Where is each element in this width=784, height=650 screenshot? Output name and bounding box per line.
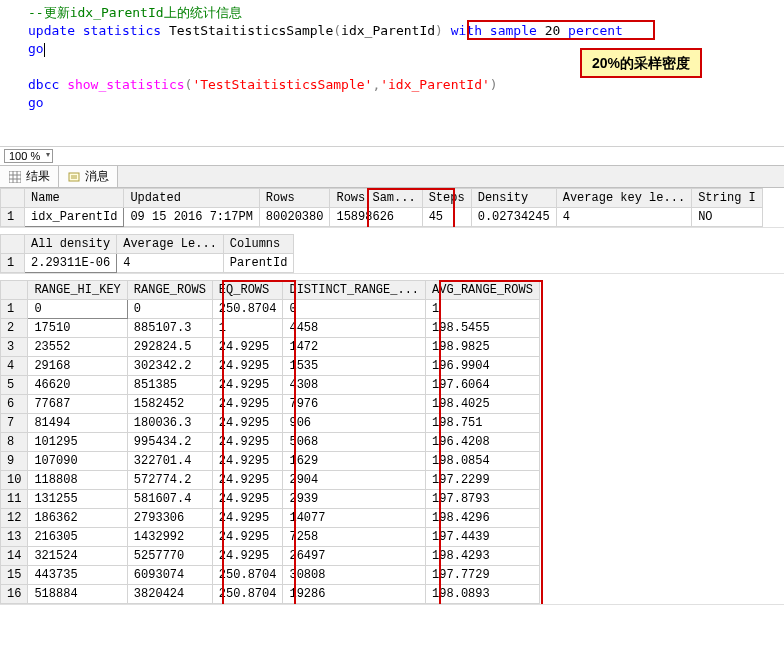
cell[interactable]: 2.29311E-06 (25, 254, 117, 273)
cell[interactable]: 2793306 (127, 509, 212, 528)
cell[interactable]: 24.9295 (212, 547, 283, 566)
table-row[interactable]: 677687158245224.92957976198.4025 (1, 395, 540, 414)
zoom-combo[interactable]: 100 % (4, 149, 53, 163)
cell[interactable]: 4458 (283, 319, 426, 338)
tab-messages[interactable]: 消息 (59, 166, 118, 187)
column-header[interactable]: Name (25, 189, 124, 208)
column-header[interactable]: Rows (259, 189, 330, 208)
cell[interactable]: 1472 (283, 338, 426, 357)
table-row[interactable]: 10118808572774.224.92952904197.2299 (1, 471, 540, 490)
cell[interactable]: 198.0893 (426, 585, 540, 604)
column-header[interactable]: Columns (223, 235, 294, 254)
cell[interactable]: 101295 (28, 433, 127, 452)
column-header[interactable]: Average key le... (556, 189, 691, 208)
cell[interactable]: 23552 (28, 338, 127, 357)
cell[interactable]: 1432992 (127, 528, 212, 547)
cell[interactable]: 0 (283, 300, 426, 319)
cell[interactable]: 198.4025 (426, 395, 540, 414)
table-row[interactable]: 323552292824.524.92951472198.9825 (1, 338, 540, 357)
cell[interactable]: 581607.4 (127, 490, 212, 509)
cell[interactable]: 24.9295 (212, 452, 283, 471)
cell[interactable]: 1 (426, 300, 540, 319)
table-row[interactable]: 781494180036.324.9295906198.751 (1, 414, 540, 433)
cell[interactable]: 24.9295 (212, 490, 283, 509)
column-header[interactable]: Average Le... (117, 235, 224, 254)
cell[interactable]: 29168 (28, 357, 127, 376)
cell[interactable]: 198.5455 (426, 319, 540, 338)
cell[interactable]: 19286 (283, 585, 426, 604)
cell[interactable]: 186362 (28, 509, 127, 528)
cell[interactable]: 118808 (28, 471, 127, 490)
cell[interactable]: 24.9295 (212, 338, 283, 357)
cell[interactable]: 3820424 (127, 585, 212, 604)
column-header[interactable]: AVG_RANGE_ROWS (426, 281, 540, 300)
cell[interactable]: 24.9295 (212, 395, 283, 414)
cell[interactable]: 24.9295 (212, 528, 283, 547)
table-row[interactable]: 11131255581607.424.92952939197.8793 (1, 490, 540, 509)
column-header[interactable]: Rows Sam... (330, 189, 422, 208)
table-row[interactable]: 9107090322701.424.92951629198.0854 (1, 452, 540, 471)
cell[interactable]: 1582452 (127, 395, 212, 414)
column-header[interactable]: DISTINCT_RANGE_... (283, 281, 426, 300)
cell[interactable]: 292824.5 (127, 338, 212, 357)
table-row[interactable]: 14321524525777024.929526497198.4293 (1, 547, 540, 566)
cell[interactable]: NO (692, 208, 763, 227)
grid-density-table[interactable]: All densityAverage Le...Columns12.29311E… (0, 234, 294, 273)
grid-histogram-table[interactable]: RANGE_HI_KEYRANGE_ROWSEQ_ROWSDISTINCT_RA… (0, 280, 540, 604)
table-row[interactable]: 429168302342.224.92951535196.9904 (1, 357, 540, 376)
cell[interactable]: 198.4293 (426, 547, 540, 566)
cell[interactable]: 107090 (28, 452, 127, 471)
cell[interactable]: 7258 (283, 528, 426, 547)
cell[interactable]: 198.4296 (426, 509, 540, 528)
table-row[interactable]: 54662085138524.92954308197.6064 (1, 376, 540, 395)
cell[interactable]: 2939 (283, 490, 426, 509)
cell[interactable]: 0 (127, 300, 212, 319)
cell[interactable]: ParentId (223, 254, 294, 273)
cell[interactable]: 4 (556, 208, 691, 227)
cell[interactable]: 197.7729 (426, 566, 540, 585)
cell[interactable]: 196.9904 (426, 357, 540, 376)
cell[interactable]: 2904 (283, 471, 426, 490)
cell[interactable]: 851385 (127, 376, 212, 395)
cell[interactable]: 1 (212, 319, 283, 338)
cell[interactable]: 77687 (28, 395, 127, 414)
table-row[interactable]: 12.29311E-064ParentId (1, 254, 294, 273)
cell[interactable]: 24.9295 (212, 433, 283, 452)
cell[interactable]: 250.8704 (212, 300, 283, 319)
cell[interactable]: idx_ParentId (25, 208, 124, 227)
cell[interactable]: 5257770 (127, 547, 212, 566)
cell[interactable]: 198.0854 (426, 452, 540, 471)
cell[interactable]: 26497 (283, 547, 426, 566)
cell[interactable]: 250.8704 (212, 585, 283, 604)
cell[interactable]: 198.751 (426, 414, 540, 433)
cell[interactable]: 250.8704 (212, 566, 283, 585)
cell[interactable]: 216305 (28, 528, 127, 547)
cell[interactable]: 197.6064 (426, 376, 540, 395)
grid-stats-header-table[interactable]: NameUpdatedRowsRows Sam...StepsDensityAv… (0, 188, 763, 227)
cell[interactable]: 14077 (283, 509, 426, 528)
column-header[interactable]: Updated (124, 189, 259, 208)
cell[interactable]: 1535 (283, 357, 426, 376)
cell[interactable]: 24.9295 (212, 471, 283, 490)
cell[interactable]: 321524 (28, 547, 127, 566)
cell[interactable]: 15898626 (330, 208, 422, 227)
cell[interactable]: 197.8793 (426, 490, 540, 509)
cell[interactable]: 0 (28, 300, 127, 319)
cell[interactable]: 45 (422, 208, 471, 227)
column-header[interactable]: RANGE_ROWS (127, 281, 212, 300)
cell[interactable]: 443735 (28, 566, 127, 585)
cell[interactable]: 180036.3 (127, 414, 212, 433)
column-header[interactable]: EQ_ROWS (212, 281, 283, 300)
table-row[interactable]: 165188843820424250.870419286198.0893 (1, 585, 540, 604)
cell[interactable]: 4 (117, 254, 224, 273)
cell[interactable]: 131255 (28, 490, 127, 509)
cell[interactable]: 1629 (283, 452, 426, 471)
cell[interactable]: 196.4208 (426, 433, 540, 452)
cell[interactable]: 30808 (283, 566, 426, 585)
cell[interactable]: 995434.2 (127, 433, 212, 452)
cell[interactable]: 17510 (28, 319, 127, 338)
cell[interactable]: 80020380 (259, 208, 330, 227)
table-row[interactable]: 13216305143299224.92957258197.4439 (1, 528, 540, 547)
cell[interactable]: 197.2299 (426, 471, 540, 490)
cell[interactable]: 885107.3 (127, 319, 212, 338)
